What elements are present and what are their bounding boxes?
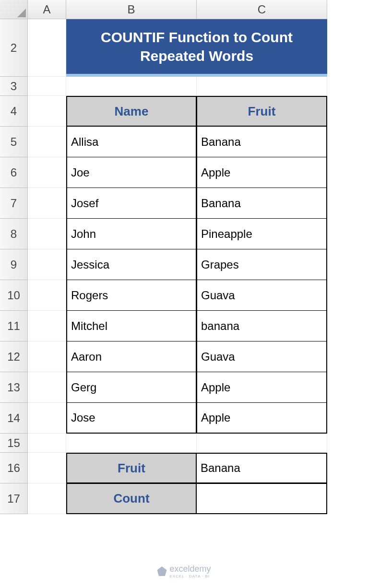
watermark-text: exceldemy EXCEL · DATA · BI xyxy=(169,564,211,578)
cell-name-10[interactable]: Rogers xyxy=(66,280,197,311)
cell-name-14[interactable]: Jose xyxy=(66,403,197,434)
cell-name-11[interactable]: Mitchel xyxy=(66,311,197,341)
cell-a14[interactable] xyxy=(28,403,66,434)
cell-fruit-12[interactable]: Guava xyxy=(197,341,327,372)
row-header-17[interactable]: 17 xyxy=(0,483,28,514)
row-header-9[interactable]: 9 xyxy=(0,249,28,280)
table-header-name[interactable]: Name xyxy=(66,96,197,127)
cell-a2[interactable] xyxy=(28,19,66,77)
row-header-14[interactable]: 14 xyxy=(0,403,28,434)
row-header-10[interactable]: 10 xyxy=(0,280,28,311)
cell-fruit-13[interactable]: Apple xyxy=(197,372,327,403)
row-header-5[interactable]: 5 xyxy=(0,127,28,157)
cell-a4[interactable] xyxy=(28,96,66,127)
cell-fruit-8[interactable]: Pineapple xyxy=(197,219,327,249)
row-header-15[interactable]: 15 xyxy=(0,434,28,453)
row-header-7[interactable]: 7 xyxy=(0,188,28,219)
cell-fruit-5[interactable]: Banana xyxy=(197,127,327,157)
row-header-11[interactable]: 11 xyxy=(0,311,28,341)
cell-name-12[interactable]: Aaron xyxy=(66,341,197,372)
cell-a17[interactable] xyxy=(28,483,66,514)
cell-c3[interactable] xyxy=(197,77,327,96)
row-header-12[interactable]: 12 xyxy=(0,341,28,372)
spreadsheet-grid: A B C 2 COUNTIF Function to Count Repeat… xyxy=(0,0,368,514)
cell-a12[interactable] xyxy=(28,341,66,372)
col-header-b[interactable]: B xyxy=(66,0,197,19)
cell-a6[interactable] xyxy=(28,157,66,188)
cell-fruit-7[interactable]: Banana xyxy=(197,188,327,219)
cell-a15[interactable] xyxy=(28,434,66,453)
cell-fruit-14[interactable]: Apple xyxy=(197,403,327,434)
row-header-13[interactable]: 13 xyxy=(0,372,28,403)
cell-a9[interactable] xyxy=(28,249,66,280)
cell-name-7[interactable]: Josef xyxy=(66,188,197,219)
cell-name-8[interactable]: John xyxy=(66,219,197,249)
cell-a3[interactable] xyxy=(28,77,66,96)
row-header-6[interactable]: 6 xyxy=(0,157,28,188)
cell-b3[interactable] xyxy=(66,77,197,96)
watermark: exceldemy EXCEL · DATA · BI xyxy=(157,564,211,578)
cell-name-5[interactable]: Allisa xyxy=(66,127,197,157)
cell-a13[interactable] xyxy=(28,372,66,403)
cell-c15[interactable] xyxy=(197,434,327,453)
col-header-a[interactable]: A xyxy=(28,0,66,19)
cell-name-13[interactable]: Gerg xyxy=(66,372,197,403)
cell-a8[interactable] xyxy=(28,219,66,249)
watermark-name: exceldemy xyxy=(169,564,211,574)
cell-fruit-9[interactable]: Grapes xyxy=(197,249,327,280)
cell-a10[interactable] xyxy=(28,280,66,311)
table-header-fruit[interactable]: Fruit xyxy=(197,96,327,127)
col-header-c[interactable]: C xyxy=(197,0,327,19)
row-header-8[interactable]: 8 xyxy=(0,219,28,249)
select-all-corner[interactable] xyxy=(0,0,28,19)
summary-count-label[interactable]: Count xyxy=(66,483,197,514)
cell-a5[interactable] xyxy=(28,127,66,157)
cell-fruit-11[interactable]: banana xyxy=(197,311,327,341)
watermark-tagline: EXCEL · DATA · BI xyxy=(169,574,211,578)
row-header-3[interactable]: 3 xyxy=(0,77,28,96)
cell-a16[interactable] xyxy=(28,453,66,483)
summary-fruit-value[interactable]: Banana xyxy=(197,453,327,483)
summary-fruit-label[interactable]: Fruit xyxy=(66,453,197,483)
watermark-logo-icon xyxy=(157,566,166,576)
title-banner: COUNTIF Function to Count Repeated Words xyxy=(66,19,327,77)
row-header-4[interactable]: 4 xyxy=(0,96,28,127)
cell-b15[interactable] xyxy=(66,434,197,453)
cell-a11[interactable] xyxy=(28,311,66,341)
cell-name-6[interactable]: Joe xyxy=(66,157,197,188)
cell-name-9[interactable]: Jessica xyxy=(66,249,197,280)
row-header-16[interactable]: 16 xyxy=(0,453,28,483)
row-header-2[interactable]: 2 xyxy=(0,19,28,77)
cell-a7[interactable] xyxy=(28,188,66,219)
summary-count-value[interactable] xyxy=(197,483,327,514)
cell-fruit-10[interactable]: Guava xyxy=(197,280,327,311)
cell-fruit-6[interactable]: Apple xyxy=(197,157,327,188)
